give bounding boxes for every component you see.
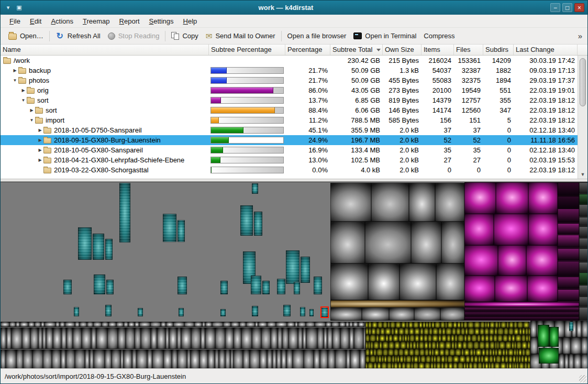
expander-icon[interactable]: ▶ (12, 65, 18, 75)
expander-icon[interactable]: ▼ (12, 75, 18, 85)
tree-row-sort[interactable]: ▼sort13.7%6.85 GB819 Bytes14379127573552… (1, 95, 587, 105)
subtree-total-cell: 196.7 MB (330, 136, 383, 144)
menu-help[interactable]: Help (179, 16, 202, 27)
column-header-subdirs[interactable]: Subdirs (483, 45, 514, 55)
folder-icon (43, 128, 51, 134)
toolbar-button-stop-reading[interactable]: Stop Reading (104, 30, 163, 42)
files-cell: 27 (454, 156, 483, 164)
expander-icon[interactable]: ▶ (20, 85, 27, 95)
treemap-block (449, 349, 455, 356)
toolbar-button-copy[interactable]: Copy (168, 30, 202, 42)
treemap-block (387, 363, 392, 368)
treemap-block (441, 335, 447, 342)
treemap-block (420, 356, 426, 363)
treemap-block (558, 223, 579, 235)
treemap-block (514, 322, 517, 328)
toolbar-overflow-icon[interactable]: » (578, 31, 583, 40)
tree-row-work[interactable]: /work230.42 GB215 Bytes21602415336114209… (1, 56, 587, 65)
tree-row-2019-03-22-gx80-schorgasttal[interactable]: 2019-03-22-GX80-Schorgasttal0.0%4.0 kB2.… (1, 165, 587, 175)
column-header-percentage[interactable]: Percentage (285, 45, 330, 55)
resize-grip[interactable] (579, 375, 586, 382)
treemap-block (23, 349, 32, 368)
column-header-subtree-total[interactable]: Subtree Total (330, 45, 383, 55)
column-header-items[interactable]: Items (421, 45, 454, 55)
treemap-block (346, 349, 350, 368)
toolbar-button-compress[interactable]: Compress (420, 30, 458, 42)
tree-scrollbar[interactable]: ▼ (578, 56, 587, 179)
treemap-block (478, 363, 482, 368)
treemap-block (389, 342, 394, 349)
expander-icon[interactable]: ▶ (37, 155, 43, 165)
treemap-block (441, 356, 445, 363)
expander-icon[interactable]: ▼ (28, 115, 35, 125)
tree-row-backup[interactable]: ▶backup21.7%50.09 GB1.3 kB54037323871882… (1, 65, 587, 75)
expander-icon[interactable]: ▶ (37, 135, 43, 145)
expander-icon[interactable]: ▶ (28, 105, 35, 115)
treemap-block (87, 322, 93, 327)
window-pager-icon[interactable]: ▣ (15, 3, 24, 12)
tree-row-2018-10-05-d750-sanspareil[interactable]: ▶2018-10-05-D750-Sanspareil45.1%355.9 MB… (1, 125, 587, 135)
treemap-block (240, 205, 253, 236)
expander-icon[interactable]: ▼ (20, 95, 27, 105)
column-header-last-change[interactable]: Last Change (514, 45, 578, 55)
treemap-block (473, 342, 479, 349)
scrollbar-thumb[interactable] (580, 58, 586, 106)
tree-row-orig[interactable]: ▶orig86.0%43.05 GB273 Bytes2010019549551… (1, 85, 587, 95)
treemap-block (479, 342, 485, 349)
treemap-block (539, 348, 559, 364)
subtree-percentage-cell (209, 77, 285, 84)
tree-row-2018-10-05-gx80-sanspareil[interactable]: ▶2018-10-05-GX80-Sanspareil16.9%133.4 MB… (1, 145, 587, 155)
minimize-button[interactable]: − (550, 3, 560, 12)
treemap-block (398, 349, 404, 356)
treemap-block (93, 322, 102, 327)
tree-row-2018-09-15-gx80-burg-lauenstein[interactable]: ▶2018-09-15-GX80-Burg-Lauenstein24.9%196… (1, 135, 587, 145)
column-header-own-size[interactable]: Own Size (383, 45, 421, 55)
treemap-block (574, 354, 581, 368)
treemap-block (516, 342, 522, 349)
menu-treemap[interactable]: Treemap (78, 16, 115, 27)
files-cell: 32387 (454, 67, 483, 74)
menu-settings[interactable]: Settings (145, 16, 179, 27)
scrollbar-down-icon[interactable]: ▼ (578, 171, 587, 178)
tree-row-photos[interactable]: ▼photos21.7%50.09 GB455 Bytes55083323751… (1, 75, 587, 85)
tree-view: NameSubtree PercentagePercentageSubtree … (1, 45, 587, 179)
treemap-block (390, 322, 395, 328)
treemap-block (505, 356, 508, 363)
treemap-block (52, 349, 61, 368)
expander-icon[interactable]: ▶ (37, 125, 43, 135)
toolbar-button-open-a-file-browser[interactable]: Open a file browser (284, 30, 350, 42)
treemap-block (378, 322, 383, 328)
close-button[interactable]: × (574, 3, 584, 12)
folder-icon (27, 98, 35, 104)
treemap-block (512, 335, 515, 342)
tree-row-sort[interactable]: ▶sort88.4%6.06 GB146 Bytes14174125603472… (1, 105, 587, 115)
toolbar-button-refresh-all[interactable]: ↻Refresh All (52, 30, 104, 42)
treemap-block (252, 183, 258, 194)
toolbar-button-open[interactable]: Open… (5, 30, 47, 42)
percent-bar (211, 157, 220, 163)
titlebar[interactable]: ▾ ▣ work — k4dirstat − □ × (1, 1, 587, 15)
window-shade-icon[interactable]: ▾ (4, 3, 13, 12)
percentage-cell: 13.0% (285, 156, 330, 164)
toolbar-button-open-in-terminal[interactable]: Open in Terminal (350, 30, 420, 42)
expander-icon[interactable]: ▶ (37, 145, 43, 155)
treemap-block (66, 349, 75, 368)
column-header-subtree-percentage[interactable]: Subtree Percentage (209, 45, 285, 55)
treemap-block (250, 349, 260, 368)
treemap-block (267, 349, 272, 368)
menu-actions[interactable]: Actions (46, 16, 78, 27)
column-header-files[interactable]: Files (454, 45, 483, 55)
treemap-canvas[interactable] (1, 182, 587, 368)
treemap-block (519, 363, 524, 368)
maximize-button[interactable]: □ (562, 3, 572, 12)
subtree-percentage-cell (209, 117, 285, 124)
menu-report[interactable]: Report (115, 16, 145, 27)
percent-bar (211, 167, 212, 173)
tree-row-2018-04-21-gx80-lehrpfad-schiefe-ebene[interactable]: ▶2018-04-21-GX80-Lehrpfad-Schiefe-Ebene1… (1, 155, 587, 165)
toolbar-button-send-mail-to-owner[interactable]: ✉Send Mail to Owner (202, 30, 279, 42)
menu-file[interactable]: File (5, 16, 25, 27)
column-header-name[interactable]: Name (1, 45, 209, 55)
menu-edit[interactable]: Edit (25, 16, 46, 27)
name-cell: ▶backup (1, 65, 209, 75)
tree-row-import[interactable]: ▼import11.2%788.5 MB585 Bytes156151522.0… (1, 115, 587, 125)
